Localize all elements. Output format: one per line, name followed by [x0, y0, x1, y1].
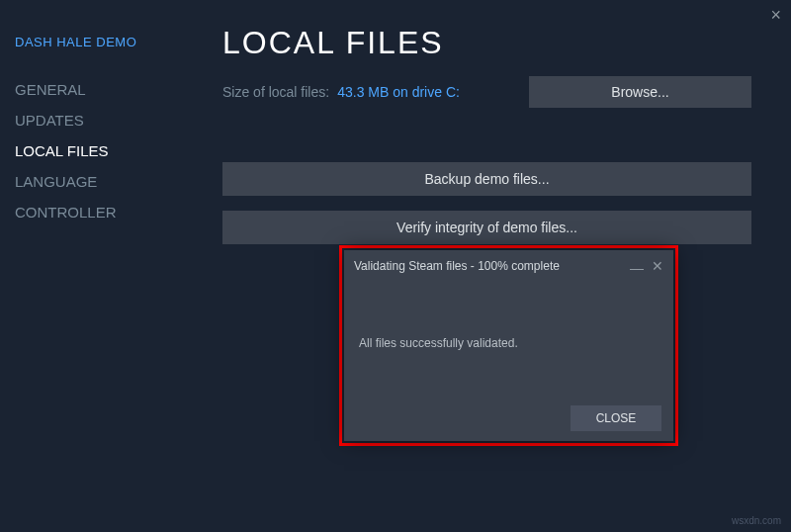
dialog-title: Validating Steam files - 100% complete	[354, 259, 630, 273]
dialog-highlight: Validating Steam files - 100% complete —…	[339, 245, 678, 446]
sidebar: DASH HALE DEMO GENERAL UPDATES LOCAL FIL…	[0, 0, 198, 532]
close-button[interactable]: CLOSE	[571, 405, 661, 431]
dialog-message: All files successfully validated.	[344, 282, 673, 350]
minimize-icon[interactable]: —	[630, 260, 644, 276]
watermark: wsxdn.com	[732, 515, 781, 526]
game-title[interactable]: DASH HALE DEMO	[15, 35, 198, 49]
backup-button[interactable]: Backup demo files...	[222, 162, 751, 196]
size-label: Size of local files:	[222, 84, 329, 100]
dialog-titlebar[interactable]: Validating Steam files - 100% complete —…	[344, 250, 673, 282]
sidebar-item-updates[interactable]: UPDATES	[15, 105, 198, 135]
sidebar-item-language[interactable]: LANGUAGE	[15, 166, 198, 197]
browse-button[interactable]: Browse...	[529, 76, 751, 108]
page-title: LOCAL FILES	[222, 25, 751, 61]
verify-button[interactable]: Verify integrity of demo files...	[222, 211, 751, 244]
validation-dialog: Validating Steam files - 100% complete —…	[344, 250, 673, 441]
sidebar-item-general[interactable]: GENERAL	[15, 74, 198, 105]
sidebar-item-controller[interactable]: CONTROLLER	[15, 197, 198, 227]
sidebar-item-local-files[interactable]: LOCAL FILES	[15, 135, 198, 166]
dialog-close-icon[interactable]: ✕	[652, 258, 663, 274]
size-value-link[interactable]: 43.3 MB on drive C:	[337, 84, 521, 100]
size-row: Size of local files: 43.3 MB on drive C:…	[222, 76, 751, 108]
dialog-footer: CLOSE	[571, 405, 661, 431]
